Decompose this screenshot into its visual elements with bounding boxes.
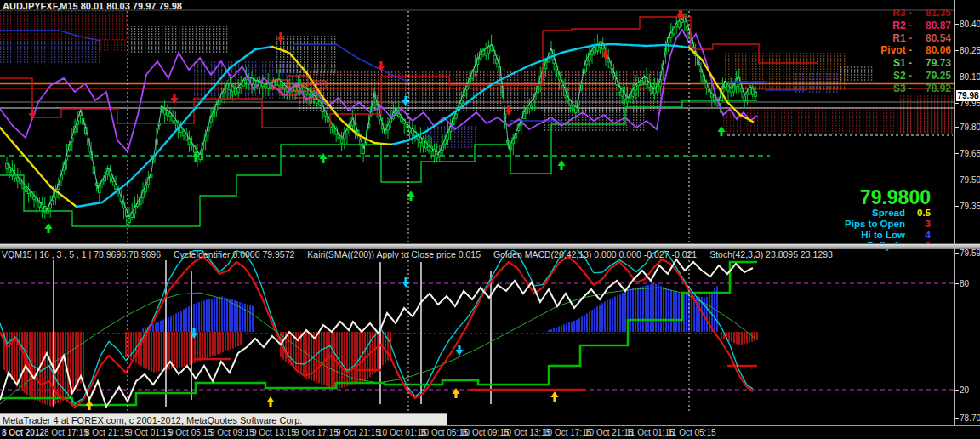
axis-tick: [955, 127, 959, 128]
pivot-value: 80.54: [912, 32, 951, 45]
axis-tick: [955, 77, 959, 77]
pivot-value: 80.87: [912, 20, 951, 32]
time-label: 8 Oct 17:15: [44, 428, 88, 437]
axis-tick: [955, 283, 959, 284]
window-splitter[interactable]: [0, 243, 980, 249]
pivot-value: 79.25: [912, 70, 951, 83]
spread-value: 0.5: [905, 208, 931, 219]
current-price: 79.9800: [845, 187, 931, 208]
pivot-value: 80.06: [912, 44, 951, 57]
axis-price-label: 80.10: [960, 72, 980, 82]
axis-tick: [955, 50, 959, 51]
axis-tick: [955, 253, 959, 254]
status-bar: MetaTrader 4 at FOREX.com, c 2001-2012, …: [0, 413, 447, 426]
axis-price-label: 20: [960, 385, 969, 395]
pivot-value: 78.92: [912, 83, 951, 95]
time-label: 9 Oct 13:15: [252, 428, 296, 437]
pivot-row-s2: S2 -79.25: [880, 70, 951, 83]
axis-price-label: 80: [960, 279, 969, 288]
indicator-chart-canvas: [0, 250, 954, 413]
time-label: 8 Oct 21:15: [85, 428, 129, 437]
status-text: MetaTrader 4 at FOREX.com, c 2001-2012, …: [3, 415, 302, 425]
axis-tick: [955, 390, 959, 391]
hi-to-low-label: Hi to Low: [861, 230, 905, 241]
spread-row: Spread 0.5: [845, 208, 931, 219]
axis-tick: [955, 103, 959, 104]
pips-to-open-value: -3: [905, 219, 931, 230]
axis-tick: [955, 418, 959, 419]
pivot-label: S1 -: [893, 57, 912, 70]
axis-price-label: 79.80: [960, 123, 980, 132]
pivot-row-pivot: Pivot -80.06: [880, 44, 951, 57]
indicator-header: VQM15 | 16 , 3 , 5 , 1 | 78.9696 78.9696…: [2, 249, 843, 259]
pivot-row-r3: R3 -81.35: [880, 7, 951, 20]
time-axis[interactable]: 8 Oct 20128 Oct 17:158 Oct 21:159 Oct 01…: [0, 425, 980, 439]
mt4-terminal: AUDJPYFXF,M15 80.01 80.03 79.97 79.98 R3…: [0, 0, 980, 439]
axis-price-label: 80.25: [960, 46, 980, 55]
pivot-label: R1 -: [892, 32, 912, 45]
axis-price-label: 79.50: [960, 175, 980, 185]
pivot-row-s1: S1 -79.73: [880, 57, 951, 70]
kairi-label: Kairi(SMA((200)) Apply to Close price 0.…: [307, 249, 481, 259]
pivot-label: R3 -: [892, 7, 912, 20]
pivot-label: R2 -: [892, 20, 912, 32]
pivot-value: 81.35: [912, 7, 951, 20]
stoch-label: Stoch(42,3,3) 23.8095 23.1293: [709, 249, 833, 259]
axis-price-label: 79.5975: [960, 248, 980, 258]
pips-to-open-row: Pips to Open -3: [845, 219, 931, 230]
axis-tick: [955, 180, 959, 180]
time-label: 9 Oct 05:15: [168, 428, 213, 437]
time-label: 8 Oct 2012: [2, 428, 44, 437]
time-label: 9 Oct 21:15: [336, 428, 380, 437]
main-chart-canvas: [0, 0, 954, 247]
golden-macd-label: Golden MACD(20,42,13) 0.000 0.000 -0.027…: [493, 249, 697, 259]
current-price-tag: 79.98: [956, 90, 980, 101]
axis-price-label: 79.35: [960, 202, 980, 211]
pips-to-open-label: Pips to Open: [845, 219, 905, 230]
time-label: 11 Oct 05:15: [668, 428, 716, 437]
vqm-label: VQM15 | 16 , 3 , 5 , 1 | 78.9696 78.9696: [2, 249, 161, 259]
price-axis[interactable]: 80.4080.2580.1079.9579.8079.6579.5079.35…: [954, 0, 980, 425]
pivot-label: Pivot -: [880, 44, 912, 57]
price-info-panel: 79.9800 Spread 0.5 Pips to Open -3 Hi to…: [845, 187, 931, 252]
axis-tick: [955, 153, 959, 154]
hi-to-low-row: Hi to Low 4: [845, 230, 931, 241]
axis-price-label: 79.65: [960, 149, 980, 158]
time-label: 9 Oct 09:15: [210, 428, 254, 437]
hi-to-low-value: 4: [905, 230, 931, 241]
axis-tick: [955, 206, 959, 207]
spread-label: Spread: [872, 208, 905, 219]
pivot-label: S3 -: [893, 83, 912, 95]
chart-title: AUDJPYFXF,M15 80.01 80.03 79.97 79.98: [3, 1, 182, 11]
cycle-identifier-label: CycleIdentifier 0.0000 79.9572: [174, 249, 294, 259]
pivot-levels-panel: R3 -81.35R2 -80.87R1 -80.54Pivot -80.06S…: [880, 7, 951, 95]
axis-price-label: 78.7009: [960, 413, 980, 423]
pivot-label: S2 -: [893, 70, 912, 83]
axis-price-label: 80.40: [960, 20, 980, 29]
pivot-row-r2: R2 -80.87: [880, 20, 951, 32]
pivot-row-s3: S3 -78.92: [880, 83, 951, 95]
time-label: 9 Oct 01:15: [128, 428, 172, 437]
axis-tick: [955, 24, 959, 25]
time-label: 9 Oct 17:15: [294, 428, 339, 437]
pivot-row-r1: R1 -80.54: [880, 32, 951, 45]
pivot-value: 79.73: [912, 57, 951, 70]
